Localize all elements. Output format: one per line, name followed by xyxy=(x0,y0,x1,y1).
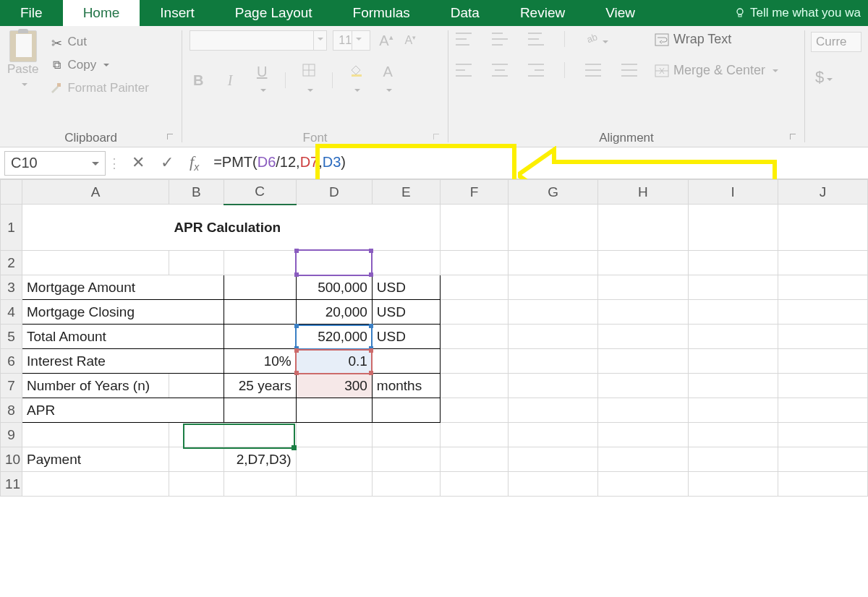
number-format-combo[interactable]: Curre xyxy=(811,32,861,52)
row-header-1[interactable]: 1 xyxy=(1,205,22,251)
resize-handle[interactable]: ⋮ xyxy=(106,155,123,171)
cell-E5[interactable]: USD xyxy=(372,325,440,349)
col-header-G[interactable]: G xyxy=(509,180,598,205)
increase-indent-button[interactable] xyxy=(621,64,637,77)
row-header-4[interactable]: 4 xyxy=(1,300,22,325)
tab-data[interactable]: Data xyxy=(430,0,500,26)
col-header-D[interactable]: D xyxy=(296,180,372,205)
cell-D5[interactable]: 520,000 xyxy=(296,325,372,349)
merge-center-button[interactable]: Merge & Center xyxy=(652,61,781,80)
currency-button[interactable]: $ xyxy=(811,68,868,87)
cell-F1[interactable] xyxy=(440,205,508,251)
tab-insert[interactable]: Insert xyxy=(140,0,215,26)
tell-me-label: Tell me what you wa xyxy=(750,6,861,20)
cell-A5[interactable]: Total Amount xyxy=(22,325,169,349)
chevron-down-icon xyxy=(313,31,326,50)
cell-A10[interactable]: Payment xyxy=(22,447,169,472)
orientation-button[interactable]: ab xyxy=(585,30,608,48)
align-bottom-button[interactable] xyxy=(528,33,544,46)
cell-E3[interactable]: USD xyxy=(372,275,440,300)
cancel-formula-button[interactable]: ✕ xyxy=(132,153,145,172)
dialog-launcher-font[interactable] xyxy=(433,134,442,142)
decrease-font-icon[interactable]: A▾ xyxy=(402,34,420,47)
row-header-3[interactable]: 3 xyxy=(1,275,22,300)
spreadsheet-grid: A B C D E F G H I J 1 APR Calculation 2 … xyxy=(0,179,868,497)
cell-A6[interactable]: Interest Rate xyxy=(22,349,169,374)
cell-D7[interactable]: 300 xyxy=(296,374,372,398)
dialog-launcher-alignment[interactable] xyxy=(790,134,799,142)
col-header-A[interactable]: A xyxy=(22,180,169,205)
col-header-H[interactable]: H xyxy=(598,180,688,205)
tab-home[interactable]: Home xyxy=(63,0,140,26)
font-color-button[interactable]: A xyxy=(379,64,396,97)
tab-file[interactable]: File xyxy=(0,0,63,26)
tell-me-search[interactable]: Tell me what you wa xyxy=(727,0,868,26)
wrap-text-button[interactable]: Wrap Text xyxy=(652,30,781,48)
cell-C10[interactable]: 2,D7,D3) xyxy=(224,447,296,472)
cell-C6[interactable]: 10% xyxy=(224,349,296,374)
cell-D3[interactable]: 500,000 xyxy=(296,275,372,300)
format-painter-button[interactable]: Format Painter xyxy=(47,80,151,97)
col-header-F[interactable]: F xyxy=(440,180,508,205)
name-box[interactable]: C10 xyxy=(4,151,106,176)
row-header-11[interactable]: 11 xyxy=(1,472,22,497)
fill-color-button[interactable] xyxy=(347,64,365,97)
font-name-combo[interactable] xyxy=(190,30,327,51)
dialog-launcher-clipboard[interactable] xyxy=(167,134,176,142)
bold-button[interactable]: B xyxy=(190,72,207,89)
cell-D6[interactable]: 0.1 xyxy=(296,349,372,374)
underline-button[interactable]: U xyxy=(253,64,271,97)
group-label-alignment: Alignment xyxy=(448,131,804,145)
borders-button[interactable] xyxy=(300,64,318,97)
orientation-icon: ab xyxy=(585,30,600,45)
font-size-combo[interactable]: 11 xyxy=(333,30,370,51)
cell-B3[interactable] xyxy=(169,275,224,300)
insert-function-button[interactable]: fx xyxy=(190,153,199,173)
cut-button[interactable]: ✂Cut xyxy=(47,33,151,51)
row-header-8[interactable]: 8 xyxy=(1,398,22,423)
copy-button[interactable]: ⧉Copy xyxy=(47,56,151,74)
cell-C7[interactable]: 25 years xyxy=(224,374,296,398)
brush-icon xyxy=(50,82,63,95)
row-header-9[interactable]: 9 xyxy=(1,423,22,447)
align-right-button[interactable] xyxy=(528,64,544,77)
row-header-7[interactable]: 7 xyxy=(1,374,22,398)
cell-A7[interactable]: Number of Years (n) xyxy=(22,374,169,398)
decrease-indent-button[interactable] xyxy=(585,64,601,77)
tab-review[interactable]: Review xyxy=(500,0,585,26)
select-all-corner[interactable] xyxy=(1,180,22,205)
cell-E4[interactable]: USD xyxy=(372,300,440,325)
align-center-button[interactable] xyxy=(492,64,508,77)
align-left-button[interactable] xyxy=(456,64,472,77)
italic-button[interactable]: I xyxy=(221,72,239,89)
cell-A1[interactable] xyxy=(22,205,169,251)
cell-A4[interactable]: Mortgage Closing xyxy=(22,300,169,325)
enter-formula-button[interactable]: ✓ xyxy=(161,153,174,172)
col-header-B[interactable]: B xyxy=(169,180,224,205)
cell-A3[interactable]: Mortgage Amount xyxy=(22,275,169,300)
align-top-button[interactable] xyxy=(456,33,472,46)
cell-C3[interactable] xyxy=(224,275,296,300)
group-label-clipboard: Clipboard xyxy=(0,131,182,145)
cell-B1[interactable]: APR Calculation xyxy=(169,205,441,251)
col-header-I[interactable]: I xyxy=(688,180,778,205)
tab-view[interactable]: View xyxy=(585,0,655,26)
cell-E7[interactable]: months xyxy=(372,374,440,398)
cell-D4[interactable]: 20,000 xyxy=(296,300,372,325)
increase-font-icon[interactable]: A▴ xyxy=(376,33,396,49)
align-middle-button[interactable] xyxy=(492,33,508,46)
cell-E6[interactable] xyxy=(372,349,440,374)
svg-text:ab: ab xyxy=(585,31,599,45)
row-header-10[interactable]: 10 xyxy=(1,447,22,472)
formula-input[interactable]: =PMT(D6/12,D7,D3) xyxy=(208,151,868,176)
col-header-C[interactable]: C xyxy=(224,180,296,205)
col-header-E[interactable]: E xyxy=(372,180,440,205)
row-header-6[interactable]: 6 xyxy=(1,349,22,374)
row-header-5[interactable]: 5 xyxy=(1,325,22,349)
cell-A8[interactable]: APR xyxy=(22,398,169,423)
tab-formulas[interactable]: Formulas xyxy=(333,0,430,26)
row-header-2[interactable]: 2 xyxy=(1,251,22,275)
tab-page-layout[interactable]: Page Layout xyxy=(215,0,333,26)
col-header-J[interactable]: J xyxy=(778,180,867,205)
paste-button[interactable]: Paste xyxy=(7,30,38,91)
